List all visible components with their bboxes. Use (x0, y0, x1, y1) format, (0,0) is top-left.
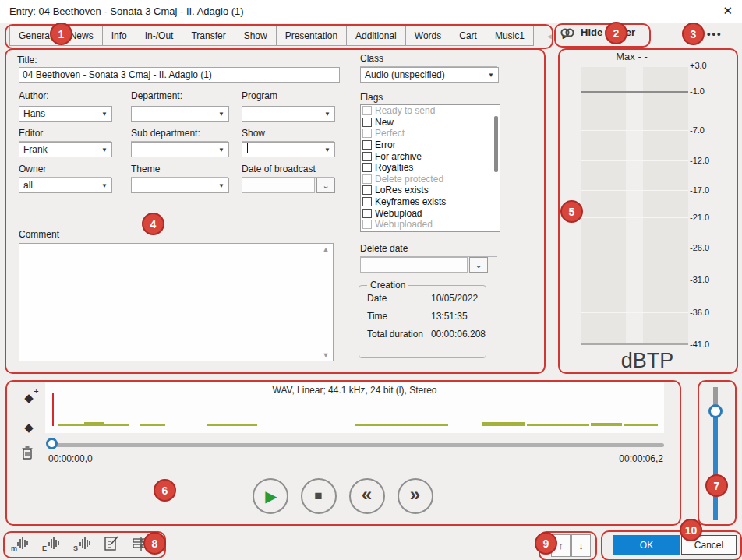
dropdown-arrow-icon: ▼ (324, 146, 330, 153)
calendar-dropdown-icon[interactable]: ⌄ (316, 178, 335, 193)
show-label: Show (242, 128, 334, 142)
flag-for-archive[interactable]: For archive (361, 150, 500, 162)
flag-error[interactable]: Error (361, 139, 500, 151)
level-meter-panel: Max - - +3.0 -1.0 -7.0 -12.0 -17.0 -21.0… (559, 48, 736, 372)
meter-bottom-line (581, 343, 688, 345)
flag-keyframes-exists[interactable]: Keyframes exists (361, 196, 500, 208)
tab-news[interactable]: News (61, 26, 103, 46)
window-title: Entry: 04 Beethoven - Sonata 3 Cmaj - II… (9, 5, 244, 17)
department-combobox[interactable]: ▼ (131, 106, 229, 122)
stop-icon: ■ (314, 488, 322, 504)
multitrack-editor-button[interactable]: m (9, 534, 30, 553)
comment-scrollbar[interactable]: ▲ ▼ (320, 245, 331, 359)
meter-bar-right (643, 67, 688, 344)
theme-combobox[interactable]: ▼ (131, 178, 229, 193)
seek-slider-thumb[interactable] (46, 438, 58, 449)
routing-button[interactable] (131, 534, 151, 553)
meter-tick: -17.0 (690, 185, 727, 195)
show-combobox[interactable]: ▼ (242, 142, 335, 157)
delete-button[interactable] (19, 444, 36, 461)
stop-button[interactable]: ■ (301, 478, 337, 514)
tab-presentation[interactable]: Presentation (276, 26, 347, 46)
time-elapsed: 00:00:00,0 (48, 453, 93, 464)
dropdown-arrow-icon: ▼ (324, 111, 330, 118)
previous-entry-button[interactable]: ↑ (551, 534, 571, 557)
flag-webuploaded[interactable]: Webuploaded (361, 219, 500, 231)
volume-slider-thumb[interactable] (708, 404, 723, 418)
flag-new[interactable]: New (361, 117, 500, 129)
comment-label: Comment (19, 229, 59, 242)
owner-combobox[interactable]: all▼ (19, 178, 112, 193)
flag-perfect[interactable]: Perfect (361, 128, 500, 139)
checkbox-icon (362, 118, 372, 127)
sub-department-label: Sub department: (131, 128, 228, 142)
tab-in-out[interactable]: In-/Out (136, 26, 183, 46)
rewind-icon: « (362, 484, 372, 505)
entry-dialog: Entry: 04 Beethoven - Sonata 3 Cmaj - II… (0, 0, 742, 560)
tab-show[interactable]: Show (235, 26, 277, 46)
tab-scroll-left-icon[interactable]: ◄ (546, 32, 553, 41)
date-of-broadcast-field[interactable]: ⌄ (242, 178, 335, 193)
title-input[interactable] (19, 67, 340, 83)
flag-webupload[interactable]: Webupload (361, 207, 500, 219)
program-combobox[interactable]: ▼ (242, 106, 335, 122)
editor-combobox[interactable]: Frank▼ (19, 142, 112, 157)
creation-group: Creation Date10/05/2022 Time13:51:35 Tot… (359, 285, 486, 358)
tab-words[interactable]: Words (405, 26, 450, 46)
flag-ready-to-send[interactable]: Ready to send (361, 105, 500, 117)
class-combobox[interactable]: Audio (unspecified)▼ (360, 67, 499, 83)
hide-player-button[interactable]: Hide player (560, 26, 635, 38)
date-of-broadcast-label: Date of broadcast (242, 164, 334, 178)
tab-info[interactable]: Info (102, 26, 136, 46)
flag-partial[interactable] (361, 231, 500, 232)
scroll-down-icon[interactable]: ▼ (323, 351, 330, 359)
tab-general[interactable]: General (9, 26, 62, 46)
up-arrow-icon: ↑ (558, 540, 564, 551)
svg-text:m: m (11, 544, 17, 552)
dropdown-arrow-icon: ▼ (218, 146, 224, 153)
department-label: Department: (131, 90, 228, 104)
close-icon[interactable]: ✕ (723, 4, 733, 18)
dropdown-arrow-icon: ▼ (218, 111, 224, 118)
scroll-up-icon[interactable]: ▲ (323, 245, 330, 253)
add-marker-button[interactable]: ◆+ (20, 389, 37, 407)
comment-textarea[interactable]: ▲ ▼ (19, 243, 334, 361)
creation-duration-row: Total duration00:00:06.208 (367, 329, 486, 340)
calendar-dropdown-icon[interactable]: ⌄ (469, 257, 488, 273)
track-layout-icon (131, 534, 151, 553)
seek-slider-track[interactable] (47, 443, 664, 447)
delete-date-field[interactable]: ⌄ (360, 257, 488, 273)
waveform-s-icon: S (72, 534, 92, 553)
tab-transfer[interactable]: Transfer (182, 26, 235, 46)
checkbox-icon (362, 209, 372, 218)
meter-tick: -12.0 (690, 156, 727, 165)
forward-button[interactable]: » (398, 478, 433, 514)
more-options-button[interactable]: ••• (704, 26, 726, 42)
sub-department-combobox[interactable]: ▼ (131, 142, 229, 157)
flag-delete-protected[interactable]: Delete protected (361, 174, 500, 185)
author-combobox[interactable]: Hans▼ (19, 106, 112, 122)
easytrack-editor-button[interactable]: E (41, 534, 61, 553)
edit-text-button[interactable] (101, 534, 122, 553)
tab-additional[interactable]: Additional (346, 26, 406, 46)
forward-icon: » (410, 484, 420, 505)
tab-cart[interactable]: Cart (450, 26, 486, 46)
singletrack-editor-button[interactable]: S (72, 534, 92, 553)
ok-button[interactable]: OK (613, 535, 680, 555)
rewind-button[interactable]: « (349, 478, 385, 514)
remove-marker-button[interactable]: ◆− (20, 419, 37, 436)
flag-royalties[interactable]: Royalties (361, 162, 500, 174)
cancel-button[interactable]: Cancel (681, 535, 737, 555)
meter-tick: -41.0 (690, 340, 727, 349)
checkbox-icon (362, 106, 372, 115)
waveform-display[interactable]: WAV, Linear; 44.1 kHz, 24 bit (l), Stere… (45, 382, 664, 433)
add-marker-icon: ◆+ (24, 391, 34, 405)
next-entry-button[interactable]: ↓ (571, 534, 591, 557)
dropdown-arrow-icon: ▼ (101, 146, 108, 153)
flags-scrollbar[interactable] (494, 116, 498, 172)
volume-slider[interactable] (698, 380, 733, 523)
play-button[interactable]: ▶ (253, 478, 288, 514)
flag-lores-exists[interactable]: LoRes exists (361, 185, 500, 196)
meter-bar-left (581, 67, 626, 344)
tab-music1[interactable]: Music1 (486, 26, 534, 46)
